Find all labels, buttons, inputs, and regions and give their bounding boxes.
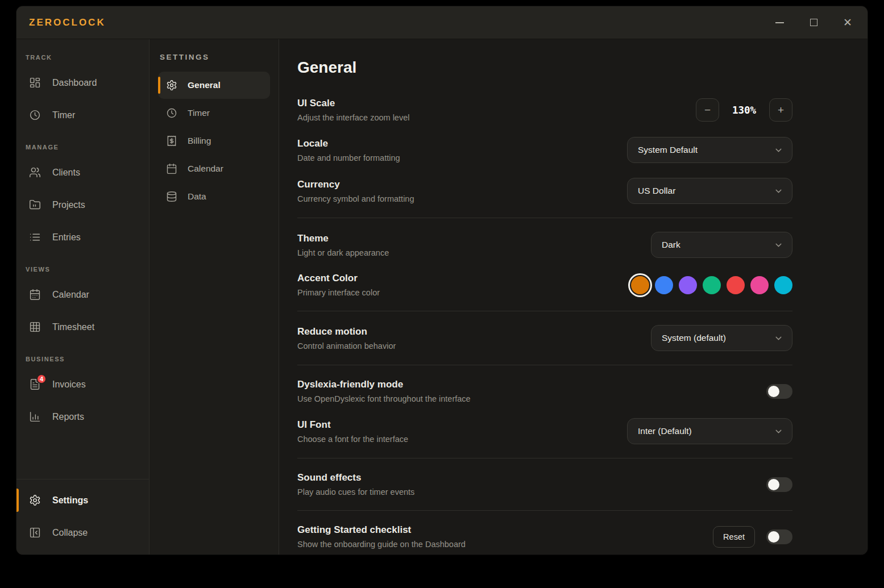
page-title: General	[297, 59, 792, 77]
ui-scale-desc: Adjust the interface zoom level	[297, 113, 409, 122]
bar-chart-icon	[29, 411, 41, 423]
sidebar-item-timer[interactable]: Timer	[16, 99, 149, 131]
sidebar-section-views: VIEWS	[16, 259, 149, 278]
currency-select[interactable]: US Dollar	[627, 178, 792, 204]
list-icon	[29, 231, 41, 243]
ui-scale-value: 130%	[727, 105, 762, 116]
accent-swatch-1[interactable]	[655, 276, 673, 294]
divider	[297, 510, 792, 511]
accent-swatch-3[interactable]	[703, 276, 721, 294]
settings-tab-timer[interactable]: Timer	[158, 99, 270, 127]
accent-swatch-6[interactable]	[774, 276, 792, 294]
accent-color-title: Accent Color	[297, 273, 380, 284]
locale-title: Locale	[297, 138, 400, 149]
row-ui-font: UI Font Choose a font for the interface …	[297, 411, 792, 452]
ui-font-select[interactable]: Inter (Default)	[627, 418, 792, 444]
accent-swatch-2[interactable]	[679, 276, 697, 294]
settings-tab-billing[interactable]: Billing	[158, 127, 270, 155]
accent-swatch-5[interactable]	[750, 276, 769, 294]
sidebar-item-label: Reports	[52, 412, 84, 422]
chevron-down-icon	[774, 240, 783, 250]
settings-tab-general[interactable]: General	[158, 72, 270, 99]
invoices-badge: 4	[36, 374, 47, 384]
chevron-down-icon	[774, 333, 783, 343]
getting-started-toggle[interactable]	[766, 529, 792, 544]
settings-tab-label: Data	[188, 191, 206, 202]
getting-started-controls: Reset	[713, 526, 792, 548]
reset-button[interactable]: Reset	[713, 526, 755, 548]
sidebar-item-dashboard[interactable]: Dashboard	[16, 66, 149, 99]
sidebar-item-label: Clients	[52, 168, 80, 178]
sidebar-item-label: Entries	[52, 232, 81, 243]
sidebar-item-label: Dashboard	[52, 78, 97, 88]
sidebar-item-settings[interactable]: Settings	[16, 484, 149, 516]
sidebar-item-invoices[interactable]: 4 Invoices	[16, 368, 149, 401]
dyslexia-title: Dyslexia-friendly mode	[297, 379, 471, 390]
settings-nav: SETTINGS General Timer Billing Calendar …	[150, 39, 279, 554]
titlebar: ZEROCLOCK ✕	[16, 6, 868, 39]
close-button[interactable]: ✕	[840, 15, 855, 30]
toggle-knob	[768, 386, 779, 397]
sidebar-item-projects[interactable]: Projects	[16, 189, 149, 221]
calendar-icon	[29, 289, 41, 301]
sound-effects-toggle[interactable]	[766, 477, 792, 492]
reduce-motion-select-value: System (default)	[662, 333, 726, 343]
chevron-down-icon	[774, 186, 783, 196]
sidebar-section-track: TRACK	[16, 47, 149, 66]
chevron-down-icon	[774, 145, 783, 155]
dyslexia-toggle[interactable]	[766, 384, 792, 399]
theme-select[interactable]: Dark	[651, 232, 792, 258]
divider	[297, 311, 792, 311]
folder-icon	[29, 199, 41, 211]
gear-icon	[166, 80, 177, 91]
sound-effects-title: Sound effects	[297, 472, 414, 483]
clock-icon	[29, 109, 41, 121]
ui-scale-title: UI Scale	[297, 98, 409, 109]
sidebar-item-timesheet[interactable]: Timesheet	[16, 311, 149, 343]
row-currency: Currency Currency symbol and formatting …	[297, 170, 792, 211]
sidebar-item-collapse[interactable]: Collapse	[16, 516, 149, 549]
sidebar-item-reports[interactable]: Reports	[16, 401, 149, 433]
users-icon	[29, 166, 41, 178]
ui-font-title: UI Font	[297, 419, 408, 431]
sidebar-item-entries[interactable]: Entries	[16, 221, 149, 253]
locale-select-value: System Default	[638, 145, 698, 155]
getting-started-title: Getting Started checklist	[297, 524, 466, 536]
sidebar-item-label: Settings	[52, 495, 88, 506]
minimize-button[interactable]	[772, 15, 787, 30]
row-sound-effects: Sound effects Play audio cues for timer …	[297, 465, 792, 504]
ui-scale-decrease-button[interactable]: −	[696, 98, 719, 122]
sidebar-section-manage: MANAGE	[16, 137, 149, 156]
currency-title: Currency	[297, 179, 414, 190]
reduce-motion-select[interactable]: System (default)	[651, 325, 792, 351]
divider	[297, 218, 792, 218]
database-icon	[166, 191, 177, 202]
dyslexia-desc: Use OpenDyslexic font throughout the int…	[297, 394, 471, 403]
row-locale: Locale Date and number formatting System…	[297, 130, 792, 170]
ui-scale-increase-button[interactable]: +	[769, 98, 792, 122]
sidebar-item-clients[interactable]: Clients	[16, 156, 149, 189]
accent-swatches	[631, 276, 792, 294]
settings-tab-data[interactable]: Data	[158, 183, 270, 210]
locale-select[interactable]: System Default	[627, 137, 792, 163]
maximize-icon	[810, 19, 817, 26]
accent-swatch-4[interactable]	[727, 276, 745, 294]
theme-desc: Light or dark appearance	[297, 248, 389, 257]
sidebar-item-label: Collapse	[52, 528, 88, 538]
currency-desc: Currency symbol and formatting	[297, 194, 414, 203]
app-logo: ZEROCLOCK	[29, 17, 106, 28]
invoice-icon-wrap: 4	[29, 378, 41, 390]
gear-icon	[29, 494, 41, 506]
accent-swatch-0[interactable]	[631, 276, 649, 294]
locale-desc: Date and number formatting	[297, 153, 400, 162]
sidebar-item-calendar[interactable]: Calendar	[16, 278, 149, 311]
settings-tab-calendar[interactable]: Calendar	[158, 155, 270, 182]
row-getting-started: Getting Started checklist Show the onboa…	[297, 517, 792, 554]
reduce-motion-desc: Control animation behavior	[297, 341, 396, 351]
row-accent-color: Accent Color Primary interface color	[297, 265, 792, 305]
maximize-button[interactable]	[806, 15, 821, 30]
theme-select-value: Dark	[662, 240, 680, 250]
sidebar-item-label: Timesheet	[52, 322, 94, 332]
calendar-icon	[166, 163, 177, 174]
sidebar: TRACK Dashboard Timer MANAGE Clients Pro…	[16, 39, 150, 554]
